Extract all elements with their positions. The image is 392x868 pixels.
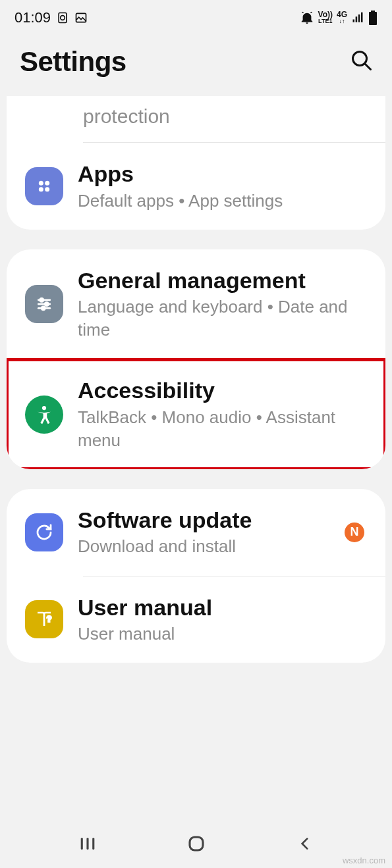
settings-sliders-icon — [25, 285, 63, 323]
navigation-bar — [0, 819, 392, 868]
signal-icon — [351, 11, 364, 24]
manual-icon: ? — [25, 600, 63, 638]
update-icon — [25, 513, 63, 551]
settings-item-apps[interactable]: Apps Default apps • App settings — [7, 143, 385, 230]
item-subtitle: protection — [83, 105, 367, 128]
notification-badge: N — [345, 523, 364, 542]
back-button[interactable] — [291, 829, 320, 858]
gallery-icon — [74, 11, 88, 24]
settings-group-3: Software update Download and install N ?… — [7, 489, 385, 663]
item-subtitle: Download and install — [78, 535, 330, 558]
volte-indicator: Vo))LTE1 — [318, 11, 333, 24]
svg-point-10 — [45, 187, 49, 191]
timer-icon — [56, 11, 69, 24]
page-title: Settings — [20, 46, 126, 78]
settings-item-privacy-partial[interactable]: protection — [7, 96, 385, 142]
home-button[interactable] — [182, 829, 211, 858]
item-title: Accessibility — [78, 376, 367, 405]
alarm-icon — [300, 11, 314, 25]
svg-point-17 — [42, 406, 46, 410]
status-time: 01:09 — [14, 9, 51, 26]
item-title: Apps — [78, 160, 367, 188]
settings-item-accessibility[interactable]: Accessibility TalkBack • Mono audio • As… — [7, 359, 385, 469]
settings-item-general-management[interactable]: General management Language and keyboard… — [7, 249, 385, 359]
svg-point-16 — [42, 307, 45, 310]
item-subtitle: User manual — [78, 623, 367, 646]
recents-button[interactable] — [73, 829, 102, 858]
item-title: User manual — [78, 594, 367, 622]
accessibility-icon — [25, 396, 63, 434]
svg-point-9 — [39, 187, 43, 191]
apps-icon — [25, 167, 63, 205]
item-subtitle: Language and keyboard • Date and time — [78, 295, 367, 342]
status-bar: 01:09 Vo))LTE1 4G↓↑ — [0, 0, 392, 32]
svg-line-6 — [365, 64, 370, 69]
svg-rect-4 — [371, 11, 375, 12]
settings-group-1: protection Apps Default apps • App setti… — [7, 96, 385, 230]
svg-point-8 — [45, 181, 49, 186]
svg-rect-3 — [369, 12, 377, 25]
item-title: General management — [78, 267, 367, 295]
item-subtitle: Default apps • App settings — [78, 190, 367, 213]
svg-point-7 — [39, 181, 43, 186]
svg-text:?: ? — [47, 615, 52, 624]
svg-point-14 — [45, 302, 48, 305]
network-4g: 4G↓↑ — [337, 11, 347, 24]
item-title: Software update — [78, 506, 330, 534]
svg-rect-22 — [190, 837, 203, 850]
battery-icon — [368, 11, 378, 25]
svg-point-12 — [40, 298, 43, 301]
svg-point-1 — [61, 16, 65, 20]
settings-item-user-manual[interactable]: ? User manual User manual — [7, 576, 385, 663]
search-button[interactable] — [350, 49, 374, 75]
item-subtitle: TalkBack • Mono audio • Assistant menu — [78, 406, 367, 452]
watermark: wsxdn.com — [343, 855, 385, 865]
header: Settings — [0, 32, 392, 97]
settings-item-software-update[interactable]: Software update Download and install N — [7, 489, 385, 576]
settings-group-2: General management Language and keyboard… — [7, 249, 385, 469]
